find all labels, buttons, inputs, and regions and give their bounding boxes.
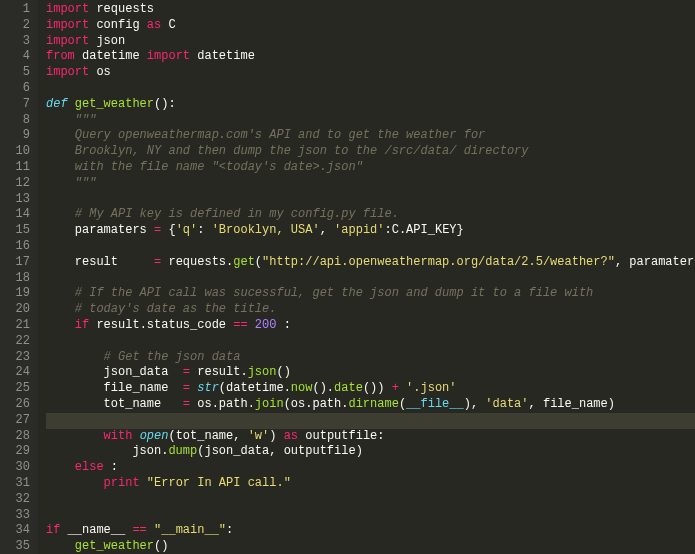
line-number: 29 [12,444,30,460]
token-txt: json_data [46,365,183,379]
token-txt: { [161,223,175,237]
code-line[interactable]: def get_weather(): [46,97,695,113]
token-fn: join [255,397,284,411]
token-txt: json [96,34,125,48]
token-str: 'w' [248,429,270,443]
code-line[interactable]: paramaters = {'q': 'Brooklyn, USA', 'app… [46,223,695,239]
token-txt: json. [46,444,168,458]
token-txt: C [168,18,175,32]
code-line[interactable]: # If the API call was sucessful, get the… [46,286,695,302]
token-txt: os [96,65,110,79]
code-area[interactable]: import requestsimport config as Cimport … [38,0,695,554]
token-kw: as [284,429,298,443]
token-fn: now [291,381,313,395]
line-number: 8 [12,113,30,129]
token-txt: tot_name [46,397,183,411]
token-com: Brooklyn, NY and then dump the json to t… [75,144,529,158]
token-str: '.json' [406,381,456,395]
token-fn: get_weather [75,97,154,111]
line-number: 16 [12,239,30,255]
code-line[interactable]: json.dump(json_data, outputfile) [46,444,695,460]
code-line[interactable]: with open(tot_name, 'w') as outputfile: [46,429,695,445]
token-txt: : [104,460,118,474]
token-str: 'Brooklyn, USA' [212,223,320,237]
token-str: 'q' [176,223,198,237]
token-txt: () [154,539,168,553]
token-com: # My API key is defined in my config.py … [75,207,399,221]
code-line[interactable]: from datetime import datetime [46,49,695,65]
token-str: "Error In API call." [147,476,291,490]
code-line[interactable]: else : [46,460,695,476]
code-line[interactable]: import requests [46,2,695,18]
token-op: + [392,381,399,395]
code-line[interactable]: # today's date as the title. [46,302,695,318]
code-line[interactable]: result = requests.get("http://api.openwe… [46,255,695,271]
token-txt: file_name [46,381,183,395]
token-op: == [132,523,146,537]
token-kw: import [46,34,89,48]
token-txt: : [197,223,211,237]
code-line[interactable]: with the file name "<today's date>.json" [46,160,695,176]
token-txt: result. [190,365,248,379]
code-line[interactable]: if result.status_code == 200 : [46,318,695,334]
token-cls: def [46,97,75,111]
token-txt: , [320,223,334,237]
token-txt: outputfile: [298,429,384,443]
code-line[interactable] [46,81,695,97]
line-number: 28 [12,429,30,445]
code-line[interactable] [46,239,695,255]
line-number: 12 [12,176,30,192]
code-line[interactable]: file_name = str(datetime.now().date()) +… [46,381,695,397]
token-txt: () [276,365,290,379]
code-line[interactable] [46,192,695,208]
token-txt: requests [96,2,154,16]
code-line[interactable]: # Get the json data [46,350,695,366]
code-line[interactable]: import config as C [46,18,695,34]
token-cls: open [140,429,169,443]
token-fn: dirname [348,397,398,411]
code-line[interactable]: print "Error In API call." [46,476,695,492]
line-number: 30 [12,460,30,476]
token-txt: , paramaters) [615,255,695,269]
code-line[interactable]: if __name__ == "__main__": [46,523,695,539]
token-com: Query openweathermap.com's API and to ge… [75,128,485,142]
token-kw: from [46,49,75,63]
code-line[interactable] [46,508,695,524]
token-txt: datetime [197,49,255,63]
line-number: 25 [12,381,30,397]
code-line[interactable]: # My API key is defined in my config.py … [46,207,695,223]
line-number: 1 [12,2,30,18]
token-fn: get_weather [75,539,154,553]
line-number: 17 [12,255,30,271]
token-com: # If the API call was sucessful, get the… [75,286,593,300]
code-line[interactable] [46,492,695,508]
token-txt: result [46,255,154,269]
line-number: 7 [12,97,30,113]
code-line[interactable]: tot_name = os.path.join(os.path.dirname(… [46,397,695,413]
code-line[interactable] [46,334,695,350]
code-line[interactable] [46,413,695,429]
token-txt [75,49,82,63]
token-txt [46,160,75,174]
line-number: 22 [12,334,30,350]
line-number: 4 [12,49,30,65]
code-line[interactable] [46,271,695,287]
token-txt: ), [464,397,486,411]
token-op: = [183,381,190,395]
token-kw: import [46,2,89,16]
line-number: 32 [12,492,30,508]
token-txt: __name__ [60,523,132,537]
token-txt [46,539,75,553]
code-line[interactable]: Brooklyn, NY and then dump the json to t… [46,144,695,160]
code-line[interactable]: get_weather() [46,539,695,554]
code-editor: 1234567891011121314151617181920212223242… [0,0,695,554]
code-line[interactable]: """ [46,176,695,192]
code-line[interactable]: import json [46,34,695,50]
token-txt: (json_data, outputfile) [197,444,363,458]
code-line[interactable]: import os [46,65,695,81]
code-line[interactable]: json_data = result.json() [46,365,695,381]
code-line[interactable]: Query openweathermap.com's API and to ge… [46,128,695,144]
token-txt: ()) [363,381,392,395]
token-txt: requests. [161,255,233,269]
code-line[interactable]: """ [46,113,695,129]
